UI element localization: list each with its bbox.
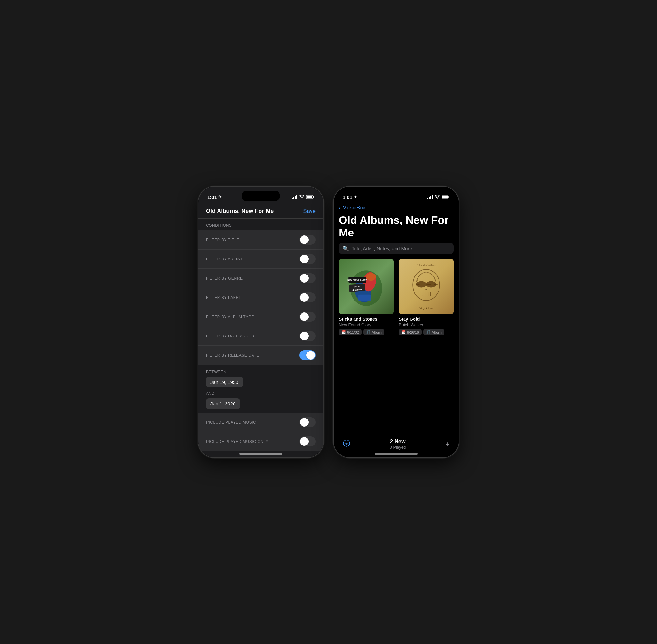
- filter-release-date-toggle[interactable]: [299, 350, 316, 360]
- back-nav[interactable]: ‹ MusicBox: [334, 203, 459, 213]
- filter-release-date-label: FILTER BY RELEASE DATE: [206, 353, 259, 358]
- svg-rect-30: [427, 284, 431, 285]
- back-chevron-icon: ‹: [339, 204, 341, 211]
- svg-rect-14: [442, 196, 448, 198]
- time-left: 1:01 ✈: [207, 194, 222, 200]
- svg-text:NEW FOUND GLORY: NEW FOUND GLORY: [347, 279, 367, 281]
- include-played-only-row: INCLUDE PLAYED MUSIC ONLY: [198, 432, 323, 451]
- played-count: 0 Played: [390, 445, 406, 450]
- album-artist-stay-gold: Butch Walker: [399, 322, 454, 327]
- battery-icon-right: [442, 195, 450, 199]
- filter-artist-row: FILTER BY ARTIST: [198, 250, 323, 269]
- home-indicator-right: [375, 453, 418, 455]
- bottom-center: 2 New 0 Played: [390, 438, 406, 450]
- type-icon-sticks: 🎵: [366, 330, 370, 334]
- svg-rect-23: [349, 283, 365, 292]
- svg-text:I Am the Walrus: I Am the Walrus: [417, 263, 436, 267]
- bottom-bar: 2 New 0 Played +: [334, 438, 459, 450]
- album-type-tag-stay-gold: 🎵 Album: [424, 329, 444, 335]
- filter-album-type-toggle[interactable]: [299, 312, 316, 322]
- home-indicator-left: [239, 453, 282, 455]
- search-bar[interactable]: 🔍 Title, Artist, Notes, and More: [339, 243, 454, 254]
- settings-screen: 1:01 ✈: [198, 187, 323, 457]
- back-label: MusicBox: [342, 205, 366, 211]
- svg-rect-2: [295, 196, 296, 199]
- search-icon: 🔍: [343, 245, 349, 251]
- calendar-icon-sticks: 📅: [341, 330, 346, 334]
- add-button[interactable]: +: [445, 440, 450, 449]
- filter-genre-row: FILTER BY GENRE: [198, 269, 323, 288]
- svg-rect-32: [434, 284, 437, 285]
- right-phone: 1:01 ✈: [334, 187, 459, 457]
- album-type-tag-sticks: 🎵 Album: [363, 329, 384, 335]
- between-label: BETWEEN: [198, 367, 323, 375]
- filter-album-type-row: FILTER BY ALBUM TYPE: [198, 307, 323, 326]
- album-title-stay-gold: Stay Gold: [399, 317, 454, 322]
- album-art-stay-gold: I Am the Walrus Stay Gold: [399, 259, 454, 314]
- svg-rect-1: [293, 197, 294, 199]
- search-placeholder: Title, Artist, Notes, and More: [352, 246, 412, 251]
- svg-rect-11: [432, 195, 433, 199]
- albums-grid: NEW FOUND GLORY sticks & stones Sticks a…: [334, 259, 459, 335]
- include-played-toggle[interactable]: [299, 417, 316, 427]
- album-artist-sticks: New Found Glory: [339, 322, 393, 327]
- new-count: 2 New: [390, 438, 406, 445]
- type-icon-stay-gold: 🎵: [426, 330, 431, 334]
- location-icon-left: ✈: [219, 195, 222, 199]
- album-card-stay-gold[interactable]: I Am the Walrus Stay Gold Stay Gold Butc…: [399, 259, 454, 335]
- album-card-sticks[interactable]: NEW FOUND GLORY sticks & stones Sticks a…: [339, 259, 393, 335]
- include-played-only-toggle[interactable]: [299, 437, 316, 446]
- musicbox-screen: 1:01 ✈: [334, 187, 459, 457]
- filter-rows-group: FILTER BY TITLE FILTER BY ARTIST FILTER …: [198, 230, 323, 365]
- signal-icon-left: [292, 195, 297, 199]
- album-date-tag-sticks: 📅 6/11/02: [339, 329, 362, 335]
- include-played-only-label: INCLUDE PLAYED MUSIC ONLY: [206, 439, 269, 444]
- svg-rect-10: [430, 196, 431, 199]
- svg-rect-8: [427, 198, 428, 199]
- settings-title: Old Albums, New For Me: [206, 208, 274, 214]
- save-button[interactable]: Save: [303, 208, 316, 214]
- battery-icon-left: [307, 195, 314, 199]
- filter-date-added-label: FILTER BY DATE ADDED: [206, 334, 254, 338]
- include-played-label: INCLUDE PLAYED MUSIC: [206, 420, 256, 424]
- album-date-tag-stay-gold: 📅 8/26/16: [399, 329, 422, 335]
- filter-artist-toggle[interactable]: [299, 254, 316, 264]
- signal-icon-right: [427, 195, 433, 199]
- time-right: 1:01 ✈: [343, 194, 357, 200]
- status-icons-right: [427, 195, 450, 199]
- conditions-label: CONDITIONS: [198, 219, 323, 230]
- svg-rect-6: [307, 196, 313, 198]
- wifi-icon-left: [299, 195, 304, 199]
- filter-label-toggle[interactable]: [299, 293, 316, 302]
- svg-rect-3: [296, 195, 297, 199]
- svg-rect-9: [429, 197, 430, 199]
- filter-title-toggle[interactable]: [299, 235, 316, 245]
- svg-rect-13: [449, 196, 449, 198]
- filter-genre-toggle[interactable]: [299, 273, 316, 283]
- and-label: AND: [198, 389, 323, 397]
- album-title-sticks: Sticks and Stones: [339, 317, 393, 322]
- calendar-icon-stay-gold: 📅: [401, 330, 406, 334]
- svg-point-19: [366, 273, 376, 281]
- include-played-row: INCLUDE PLAYED MUSIC: [198, 413, 323, 432]
- left-phone: 1:01 ✈: [198, 187, 323, 457]
- filter-title-row: FILTER BY TITLE: [198, 230, 323, 250]
- filter-release-date-row: FILTER BY RELEASE DATE: [198, 346, 323, 365]
- dynamic-island-right: [377, 190, 415, 201]
- status-icons-left: [292, 195, 314, 199]
- wifi-icon-right: [435, 195, 440, 199]
- svg-rect-31: [416, 284, 419, 285]
- dynamic-island-left: [242, 190, 280, 201]
- filter-album-type-label: FILTER BY ALBUM TYPE: [206, 315, 254, 319]
- filter-icon[interactable]: [343, 439, 350, 449]
- date-from-field[interactable]: Jan 19, 1950: [206, 377, 243, 387]
- svg-rect-20: [358, 295, 371, 301]
- filter-genre-label: FILTER BY GENRE: [206, 276, 243, 281]
- played-music-group: INCLUDE PLAYED MUSIC INCLUDE PLAYED MUSI…: [198, 413, 323, 451]
- filter-label-label: FILTER BY LABEL: [206, 295, 241, 300]
- location-icon-right: ✈: [354, 195, 357, 199]
- filter-date-added-toggle[interactable]: [299, 331, 316, 341]
- svg-rect-5: [313, 196, 314, 198]
- page-title: Old Albums, New For Me: [334, 213, 459, 243]
- date-to-field[interactable]: Jan 1, 2020: [206, 398, 240, 409]
